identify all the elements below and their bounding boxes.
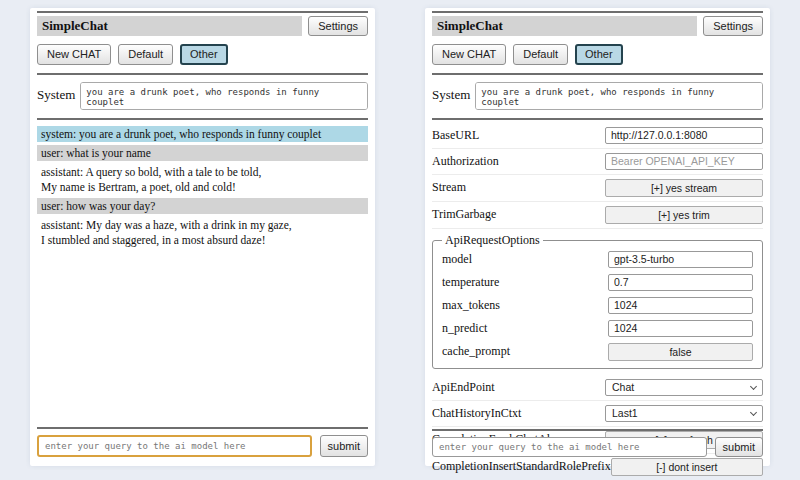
settings-row-max-tokens: max_tokens: [442, 294, 753, 317]
query-footer: submit: [37, 427, 368, 457]
submit-button[interactable]: submit: [320, 435, 368, 457]
settings-row-api-endpoint: ApiEndPoint Chat: [432, 375, 763, 401]
settings-button[interactable]: Settings: [308, 16, 368, 36]
settings-row-model: model: [442, 248, 753, 271]
temperature-label: temperature: [442, 275, 499, 290]
settings-button[interactable]: Settings: [703, 16, 763, 36]
settings-row-baseurl: BaseURL: [432, 123, 763, 149]
stream-label: Stream: [432, 180, 466, 195]
query-footer: submit: [432, 429, 763, 457]
session-row: New CHAT Default Other: [432, 44, 763, 64]
max-tokens-label: max_tokens: [442, 298, 500, 313]
settings-row-stream: Stream [+] yes stream: [432, 175, 763, 202]
model-label: model: [442, 252, 472, 267]
system-prompt-input[interactable]: you are a drunk poet, who responds in fu…: [80, 82, 368, 110]
chat-message-system: system: you are a drunk poet, who respon…: [37, 126, 368, 142]
settings-row-n-predict: n_predict: [442, 317, 753, 340]
trimgarbage-toggle-button[interactable]: [+] yes trim: [605, 206, 763, 224]
api-request-options-fieldset: ApiRequestOptions model temperature max_…: [432, 233, 763, 369]
settings-row-trimgarbage: TrimGarbage [+] yes trim: [432, 202, 763, 229]
settings-panel: SimpleChat Settings New CHAT Default Oth…: [425, 8, 770, 466]
stream-toggle-button[interactable]: [+] yes stream: [605, 179, 763, 197]
system-label: System: [432, 82, 470, 103]
system-row: System you are a drunk poet, who respond…: [432, 82, 763, 110]
baseurl-label: BaseURL: [432, 128, 479, 143]
system-row: System you are a drunk poet, who respond…: [37, 82, 368, 110]
trimgarbage-label: TrimGarbage: [432, 207, 496, 222]
role-prefix-label: CompletionInsertStandardRolePrefix: [432, 459, 611, 474]
divider: [432, 11, 763, 13]
api-request-options-legend: ApiRequestOptions: [442, 233, 543, 248]
chat-message-user: user: how was your day?: [37, 198, 368, 214]
authorization-input[interactable]: [605, 153, 763, 170]
settings-list: BaseURL Authorization Stream [+] yes str…: [432, 123, 763, 480]
chat-panel: SimpleChat Settings New CHAT Default Oth…: [30, 8, 375, 466]
app-title: SimpleChat: [37, 16, 302, 36]
session-button-default[interactable]: Default: [513, 44, 568, 64]
chat-message-assistant: assistant: My day was a haze, with a dri…: [37, 217, 368, 248]
chat-history-label: ChatHistoryInCtxt: [432, 406, 521, 421]
authorization-label: Authorization: [432, 154, 499, 169]
divider: [432, 118, 763, 120]
chevron-down-icon: [750, 409, 757, 416]
chat-history-select[interactable]: Last1: [605, 405, 763, 422]
query-input[interactable]: [432, 437, 707, 457]
baseurl-input[interactable]: [605, 127, 763, 144]
system-label: System: [37, 82, 75, 103]
chat-history-selected-value: Last1: [612, 407, 638, 419]
n-predict-input[interactable]: [608, 320, 753, 337]
settings-row-temperature: temperature: [442, 271, 753, 294]
title-row: SimpleChat Settings: [37, 16, 368, 36]
settings-row-authorization: Authorization: [432, 149, 763, 175]
settings-row-role-prefix: CompletionInsertStandardRolePrefix [-] d…: [432, 454, 763, 480]
api-endpoint-label: ApiEndPoint: [432, 380, 495, 395]
chat-message-user: user: what is your name: [37, 145, 368, 161]
temperature-input[interactable]: [608, 274, 753, 291]
new-chat-button[interactable]: New CHAT: [432, 44, 506, 64]
cache-prompt-toggle-button[interactable]: false: [608, 343, 753, 361]
settings-row-cache-prompt: cache_prompt false: [442, 340, 753, 364]
chat-message-list: system: you are a drunk poet, who respon…: [37, 126, 368, 249]
api-endpoint-selected-value: Chat: [612, 381, 634, 393]
chevron-down-icon: [750, 383, 757, 390]
divider: [37, 11, 368, 13]
session-row: New CHAT Default Other: [37, 44, 368, 64]
divider: [432, 429, 763, 431]
title-row: SimpleChat Settings: [432, 16, 763, 36]
max-tokens-input[interactable]: [608, 297, 753, 314]
cache-prompt-label: cache_prompt: [442, 344, 510, 359]
model-input[interactable]: [608, 251, 753, 268]
role-prefix-toggle-button[interactable]: [-] dont insert: [611, 458, 763, 476]
api-endpoint-select[interactable]: Chat: [605, 379, 763, 396]
divider: [37, 427, 368, 429]
chat-message-assistant: assistant: A query so bold, with a tale …: [37, 164, 368, 195]
query-input[interactable]: [37, 435, 312, 457]
settings-row-chat-history: ChatHistoryInCtxt Last1: [432, 401, 763, 427]
submit-button[interactable]: submit: [715, 437, 763, 457]
app-title: SimpleChat: [432, 16, 697, 36]
divider: [432, 73, 763, 75]
session-button-other[interactable]: Other: [575, 44, 623, 64]
session-button-default[interactable]: Default: [118, 44, 173, 64]
new-chat-button[interactable]: New CHAT: [37, 44, 111, 64]
divider: [37, 118, 368, 120]
session-button-other[interactable]: Other: [180, 44, 228, 64]
system-prompt-input[interactable]: you are a drunk poet, who responds in fu…: [475, 82, 763, 110]
n-predict-label: n_predict: [442, 321, 487, 336]
divider: [37, 73, 368, 75]
